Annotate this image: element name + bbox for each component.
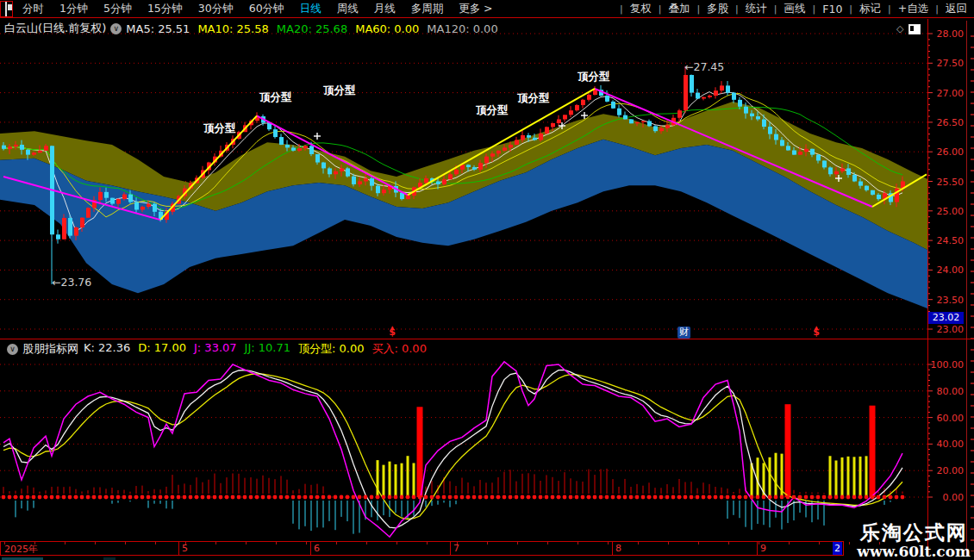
price-callout: ←27.45 xyxy=(684,60,724,73)
chart-title-row: 白云山(日线.前复权) ∨ MA5: 25.51MA10: 25.58MA20:… xyxy=(4,21,506,36)
dollar-marker[interactable]: ▲$ xyxy=(387,326,397,336)
price-callout: ←23.76 xyxy=(52,276,91,289)
price-axis-label: 23.50 xyxy=(929,295,964,306)
indicator-axis-label: 20.00 xyxy=(929,465,964,476)
trading-app-window: 分时1分钟5分钟15分钟30分钟60分钟日线周线月线多周期更多 > |复权|叠加… xyxy=(0,0,974,560)
chart-canvas[interactable] xyxy=(0,0,974,560)
month-divider xyxy=(310,542,311,555)
ma-values: MA5: 25.51MA10: 25.58MA20: 25.68MA60: 0.… xyxy=(126,22,505,35)
year-label: 2025年 xyxy=(4,543,38,556)
month-label: 9 xyxy=(760,543,766,554)
ma-value: MA10: 25.58 xyxy=(197,22,268,35)
week-tick xyxy=(336,542,337,544)
chart-corner-icons: ◇ xyxy=(896,23,921,34)
price-axis-label: 26.00 xyxy=(929,146,964,158)
watermark: 乐淘公式网 www.60lt.com xyxy=(857,521,971,559)
indicator-value: JJ: 10.71 xyxy=(245,341,290,357)
fractal-label: 顶分型 xyxy=(578,70,610,84)
ma-value: MA5: 25.51 xyxy=(126,22,190,35)
week-tick xyxy=(306,542,307,544)
week-tick xyxy=(276,542,277,544)
indicator-title: 股朋指标网 xyxy=(22,341,78,357)
indicator-axis-label: 0.00 xyxy=(929,492,964,503)
week-tick xyxy=(578,542,578,544)
ma-value: MA60: 0.00 xyxy=(355,22,419,35)
watermark-site-name: 乐淘公式网 xyxy=(857,521,971,544)
week-tick xyxy=(698,542,699,544)
week-tick xyxy=(4,542,5,544)
indicator-axis-label: 60.00 xyxy=(929,413,964,424)
month-divider xyxy=(757,542,758,555)
week-tick xyxy=(668,542,669,544)
fractal-label: 顶分型 xyxy=(517,91,550,106)
price-axis-label: 24.00 xyxy=(929,264,964,276)
week-tick xyxy=(155,542,156,544)
week-tick xyxy=(819,542,820,544)
watermark-url: www.60lt.com xyxy=(857,544,971,559)
week-tick xyxy=(185,542,186,544)
month-divider xyxy=(450,542,451,555)
month-divider xyxy=(178,542,179,555)
diamond-icon[interactable]: ◇ xyxy=(896,23,903,34)
week-tick xyxy=(246,542,247,544)
week-tick xyxy=(728,542,729,544)
kdj-lines xyxy=(3,362,902,537)
week-tick xyxy=(427,542,428,544)
price-axis-label: 27.50 xyxy=(929,58,964,69)
fractal-label: 顶分型 xyxy=(476,103,509,118)
week-tick xyxy=(125,542,126,544)
right-edge-line xyxy=(966,21,967,556)
indicator-value: D: 17.00 xyxy=(138,341,186,357)
fractal-label: 顶分型 xyxy=(203,121,236,136)
month-divider xyxy=(612,542,613,555)
indicator-value: K: 22.36 xyxy=(84,341,130,357)
indicator-header: ∨ 股朋指标网 K: 22.36D: 17.00J: 33.07JJ: 10.7… xyxy=(3,341,434,357)
price-axis-label: 28.00 xyxy=(929,28,964,40)
week-tick xyxy=(95,542,96,544)
right-edge-ticks xyxy=(971,26,974,551)
time-axis[interactable]: 2025年 56789 xyxy=(0,541,844,556)
indicator-value: 买入: 0.00 xyxy=(371,341,426,357)
ma-value: MA120: 0.00 xyxy=(427,22,497,35)
cai-marker[interactable]: 财 xyxy=(677,327,690,339)
fractal-label: 顶分型 xyxy=(323,84,356,98)
chevron-down-icon[interactable]: ∨ xyxy=(7,344,18,355)
price-axis-label: 23.00 xyxy=(929,324,964,335)
chevron-down-icon[interactable]: ∨ xyxy=(110,23,122,34)
ma-value: MA20: 25.68 xyxy=(277,22,347,35)
bottom-strip xyxy=(0,557,974,560)
price-axis-label: 27.00 xyxy=(929,88,964,99)
price-highlight-badge: 23.02 xyxy=(928,312,964,324)
price-bands xyxy=(0,102,927,308)
week-tick xyxy=(759,542,759,544)
indicator-axis-label: 80.00 xyxy=(929,386,964,397)
week-tick xyxy=(789,542,790,544)
fractal-label: 顶分型 xyxy=(259,90,292,105)
week-tick xyxy=(65,542,66,544)
axis-line xyxy=(927,19,928,556)
indicator-value: J: 33.07 xyxy=(194,341,237,357)
week-tick xyxy=(457,542,458,544)
week-tick xyxy=(34,542,35,544)
current-date-badge: 2 xyxy=(833,542,842,555)
week-tick xyxy=(547,542,548,544)
stock-title: 白云山(日线.前复权) xyxy=(4,21,106,36)
price-axis-label: 25.50 xyxy=(929,177,964,188)
week-tick xyxy=(638,542,639,544)
price-axis-label: 26.50 xyxy=(929,117,964,128)
week-tick xyxy=(517,542,518,544)
week-tick xyxy=(849,542,850,544)
indicator-values: K: 22.36D: 17.00J: 33.07JJ: 10.71顶分型: 0.… xyxy=(84,341,434,357)
dollar-marker[interactable]: ▲$ xyxy=(811,326,821,336)
week-tick xyxy=(487,542,488,544)
week-tick xyxy=(396,542,397,544)
week-tick xyxy=(366,542,367,544)
week-tick xyxy=(608,542,609,544)
month-label: 8 xyxy=(615,543,621,554)
month-label: 6 xyxy=(314,543,320,554)
week-tick xyxy=(215,542,216,544)
pane-icon[interactable] xyxy=(908,24,921,34)
price-axis-label: 24.50 xyxy=(929,235,964,246)
indicator-axis-label: 100.00 xyxy=(929,359,964,370)
indicator-axis-label: 40.00 xyxy=(929,439,964,450)
